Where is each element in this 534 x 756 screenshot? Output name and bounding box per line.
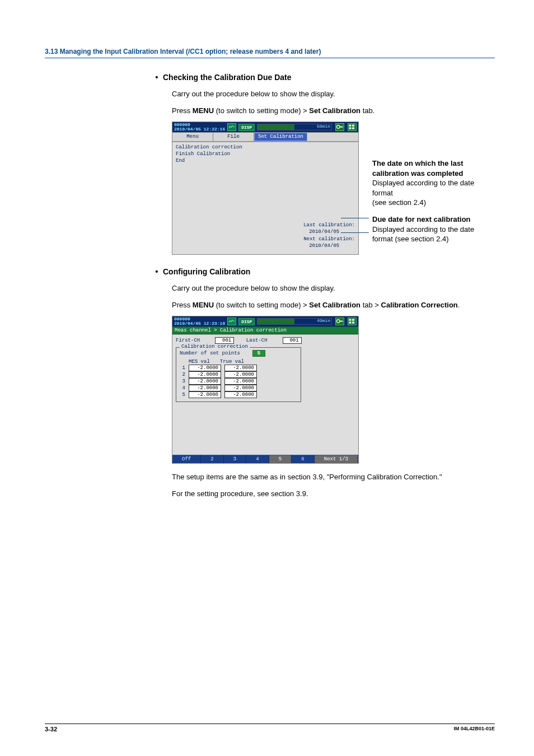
softkey-next[interactable]: Next 1/3: [315, 455, 358, 463]
mes-cell[interactable]: -2.0000: [189, 391, 221, 398]
para-setup-items: The setup items are the same as in secti…: [172, 472, 495, 483]
softkey-row: Off 2 3 4 5 6 Next 1/3: [172, 455, 358, 463]
table-row: 2-2.0000-2.0000: [180, 371, 297, 378]
doc-number: IM 04L42B01-01E: [453, 726, 495, 732]
screen-body-2: First-CH 001 Last-CH 001 Calibration cor…: [172, 334, 358, 455]
menu-item-finish-cal[interactable]: Finish Calibration: [176, 151, 355, 157]
table-row: 5-2.0000-2.0000: [180, 391, 297, 398]
softkey-2[interactable]: 2: [201, 455, 223, 463]
softkey-3[interactable]: 3: [224, 455, 246, 463]
true-cell[interactable]: -2.0000: [224, 385, 257, 391]
svg-rect-2: [349, 125, 351, 127]
leader-line-2: [341, 232, 369, 233]
last-ch-label: Last-CH: [246, 338, 268, 343]
menu-item-end[interactable]: End: [176, 158, 355, 164]
subhead-text: Configuring Calibration: [163, 267, 250, 276]
num-points-value[interactable]: 5: [252, 350, 265, 357]
calibration-group: Calibration correction Number of set poi…: [176, 347, 301, 402]
progress-bar-1: 50min: [257, 124, 332, 130]
softkey-5[interactable]: 5: [269, 455, 292, 463]
first-ch-label: First-CH: [176, 338, 200, 343]
svg-rect-3: [352, 125, 354, 127]
timestamp-1: 000000 2010/04/05 12:22:16: [174, 123, 225, 132]
svg-rect-4: [349, 128, 351, 129]
bullet-icon: •: [154, 267, 160, 276]
tab-file[interactable]: File: [213, 133, 254, 141]
disp-badge: DISP: [238, 318, 255, 325]
svg-rect-1: [340, 127, 343, 128]
tab-menu[interactable]: Menu: [172, 133, 213, 141]
true-cell[interactable]: -2.0000: [224, 371, 257, 378]
calibration-dates: Last calibration: 2010/04/05 Next calibr…: [303, 222, 355, 250]
timestamp-2: 000000 2010/04/05 12:23:18: [174, 317, 225, 326]
num-points-label: Number of set points: [180, 351, 240, 356]
subhead-checking: •Checking the Calibration Due Date: [154, 73, 495, 82]
mes-cell[interactable]: -2.0000: [189, 371, 221, 378]
page-number: 3-32: [45, 726, 57, 732]
next-cal-label: Next calibration:: [303, 236, 355, 243]
progress-bar-2: 49min: [257, 318, 332, 325]
mes-cell[interactable]: -2.0000: [189, 378, 221, 385]
last-ch-input[interactable]: 001: [283, 337, 302, 344]
group-title: Calibration correction: [180, 344, 250, 349]
col-true: True val: [220, 359, 244, 365]
first-ch-input[interactable]: 001: [215, 337, 234, 344]
true-cell[interactable]: -2.0000: [224, 365, 257, 371]
para-intro-2: Carry out the procedure below to show th…: [172, 283, 495, 294]
mes-cell[interactable]: -2.0000: [189, 365, 221, 371]
channel-row: First-CH 001 Last-CH 001: [176, 337, 355, 344]
subhead-text: Checking the Calibration Due Date: [163, 73, 291, 82]
next-cal-value: 2010/04/05: [309, 242, 355, 250]
mes-cell[interactable]: -2.0000: [189, 385, 221, 391]
softkey-off[interactable]: Off: [172, 455, 201, 463]
table-row: 3-2.0000-2.0000: [180, 378, 297, 385]
para-see-section: For the setting procedure, see section 3…: [172, 488, 495, 500]
section-header: 3.13 Managing the Input Calibration Inte…: [45, 48, 495, 58]
para-press-2: Press MENU (to switch to setting mode) >…: [172, 300, 495, 311]
table-row: 4-2.0000-2.0000: [180, 385, 297, 391]
tab-row-1: Menu File Set Calibration: [172, 132, 358, 142]
para-intro-1: Carry out the procedure below to show th…: [172, 88, 495, 100]
softkey-4[interactable]: 4: [246, 455, 269, 463]
menu-list: Calibration correction Finish Calibratio…: [176, 144, 355, 164]
page-footer: 3-32 IM 04L42B01-01E: [45, 724, 495, 732]
key-icon: [335, 123, 344, 131]
recorder-icon: [227, 318, 236, 325]
true-cell[interactable]: -2.0000: [224, 378, 257, 385]
recorder-icon: [227, 123, 236, 131]
grid-icon: [348, 123, 357, 131]
screenshot-2-wrap: 000000 2010/04/05 12:23:18 DISP 49min Me…: [172, 316, 495, 464]
softkey-6[interactable]: 6: [292, 455, 314, 463]
titlebar-1: 000000 2010/04/05 12:22:16 DISP 50min: [172, 122, 358, 132]
subhead-configuring: •Configuring Calibration: [154, 267, 495, 276]
disp-badge: DISP: [238, 124, 255, 131]
svg-rect-11: [352, 322, 354, 324]
svg-rect-9: [352, 319, 354, 321]
true-cell[interactable]: -2.0000: [224, 391, 257, 398]
svg-rect-7: [340, 321, 343, 322]
table-row: 1-2.0000-2.0000: [180, 365, 297, 371]
grid-icon: [348, 318, 357, 325]
breadcrumb: Meas channel > Calibration correction: [172, 326, 358, 334]
last-cal-label: Last calibration:: [303, 222, 355, 229]
svg-rect-10: [349, 322, 351, 324]
num-points-row: Number of set points 5: [180, 350, 297, 357]
values-table: MES val True val 1-2.0000-2.0000 2-2.000…: [180, 359, 297, 398]
key-icon: [335, 318, 344, 325]
svg-point-0: [336, 125, 340, 129]
screenshot-1-wrap: 000000 2010/04/05 12:22:16 DISP 50min Me…: [172, 122, 495, 255]
bullet-icon: •: [154, 73, 160, 82]
menu-item-cal-correction[interactable]: Calibration correction: [176, 144, 355, 150]
leader-line-1: [341, 218, 369, 218]
svg-rect-8: [349, 319, 351, 321]
device-screen-1: 000000 2010/04/05 12:22:16 DISP 50min Me…: [172, 122, 359, 255]
annotation-next-cal: Due date for next calibration Displayed …: [372, 214, 495, 244]
screen-body-1: Calibration correction Finish Calibratio…: [172, 142, 358, 254]
svg-point-6: [336, 320, 340, 323]
device-screen-2: 000000 2010/04/05 12:23:18 DISP 49min Me…: [172, 316, 359, 464]
tab-set-calibration[interactable]: Set Calibration: [254, 133, 307, 141]
titlebar-2: 000000 2010/04/05 12:23:18 DISP 49min: [172, 316, 358, 326]
col-mes: MES val: [189, 359, 210, 365]
annotation-last-cal: The date on which the last calibration w…: [372, 158, 495, 208]
svg-rect-5: [352, 128, 354, 129]
